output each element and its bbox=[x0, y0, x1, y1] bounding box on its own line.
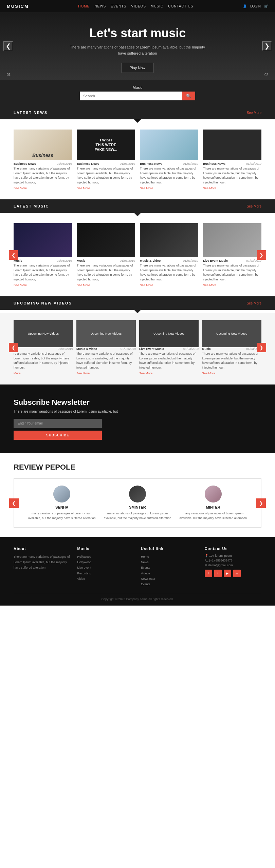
nav-videos[interactable]: VIDEOS bbox=[131, 4, 146, 8]
newsletter-section: Subscribe Newsletter There are many vari… bbox=[0, 384, 275, 453]
news-card-link[interactable]: See More bbox=[140, 186, 153, 190]
music-card-link[interactable]: See More bbox=[77, 283, 90, 287]
footer-useful-link[interactable]: News bbox=[141, 559, 198, 565]
news-card-link[interactable]: See More bbox=[203, 186, 216, 190]
nav-music[interactable]: MUSIC bbox=[151, 4, 163, 8]
music-card-meta: Music 01/03/2019 bbox=[14, 259, 72, 262]
news-card-body: There are many variations of passages of… bbox=[203, 166, 261, 185]
upcoming-videos-section: ❮ Upcoming New Videos sic 01/03/2019 re … bbox=[0, 313, 275, 384]
video-card-body: There are many variations of passages of… bbox=[139, 352, 199, 370]
footer-useful-link[interactable]: Events bbox=[141, 565, 198, 570]
video-card-image: Upcoming New Videos bbox=[76, 320, 136, 347]
videos-prev-button[interactable]: ❮ bbox=[9, 343, 18, 352]
news-card: I WISHTHIS WEREFAKE NEW... Business News… bbox=[77, 130, 135, 190]
video-card-link[interactable]: See More bbox=[76, 372, 90, 375]
review-item: SMINTER many variations of passages of L… bbox=[103, 486, 172, 520]
news-card-body: There are many variations of passages of… bbox=[14, 166, 72, 185]
footer-music-link[interactable]: Live event bbox=[77, 565, 134, 570]
music-card-date: 01/03/2019 bbox=[183, 259, 198, 262]
login-label[interactable]: LOGIN bbox=[250, 4, 261, 8]
reviews-prev-button[interactable]: ❮ bbox=[9, 498, 19, 508]
youtube-icon[interactable]: ▶ bbox=[224, 570, 231, 577]
footer-music-link[interactable]: Hollywood bbox=[77, 554, 134, 559]
music-card-image bbox=[140, 223, 198, 257]
video-card: Upcoming New Videos Music 01/03/2019 The… bbox=[202, 320, 261, 375]
reviews-grid: SENHA many variations of passages of Lor… bbox=[28, 486, 248, 520]
search-bar: 🔍 bbox=[80, 92, 195, 100]
news-card-category: Business News bbox=[77, 162, 99, 165]
newsletter-email-input[interactable] bbox=[14, 419, 102, 428]
latest-news-see-more[interactable]: See More bbox=[247, 111, 261, 115]
footer-music-link[interactable]: Hollywood bbox=[77, 559, 134, 565]
hero-play-button[interactable]: Play Now bbox=[121, 63, 154, 73]
news-card-link[interactable]: See More bbox=[14, 186, 27, 190]
video-card: Upcoming New Videos Music & Video 01/03/… bbox=[76, 320, 136, 375]
music-card-link[interactable]: See More bbox=[140, 283, 153, 287]
music-card-link[interactable]: See More bbox=[14, 283, 27, 287]
music-next-button[interactable]: ❯ bbox=[257, 250, 266, 260]
latest-news-section: Business Business News 01/03/2019 There … bbox=[0, 123, 275, 199]
hero-prev-button[interactable]: ❮ bbox=[3, 41, 13, 51]
newsletter-subscribe-button[interactable]: SUBSCRIBE bbox=[14, 431, 102, 440]
hero-next-button[interactable]: ❯ bbox=[262, 41, 272, 51]
reviews-title: REVIEW PEPOLE bbox=[14, 463, 261, 472]
latest-music-header: LATEST MUSIC See More bbox=[0, 199, 275, 213]
video-card-date: 01/03/2019 bbox=[183, 347, 199, 351]
footer-music-link[interactable]: Video bbox=[77, 576, 134, 581]
latest-news-title: LATEST NEWS bbox=[14, 111, 48, 115]
video-card: Upcoming New Videos Live Event Music 01/… bbox=[139, 320, 199, 375]
footer-music-link[interactable]: Recording bbox=[77, 571, 134, 576]
music-card-image bbox=[77, 223, 135, 257]
search-input[interactable] bbox=[80, 92, 182, 100]
news-cards-grid: Business Business News 01/03/2019 There … bbox=[14, 130, 261, 190]
nav-contact[interactable]: CONTACT US bbox=[168, 4, 193, 8]
videos-next-button[interactable]: ❯ bbox=[257, 343, 266, 352]
nav-home[interactable]: HOME bbox=[78, 4, 90, 8]
footer-phone: 📞 (+1) 6565632476 bbox=[205, 559, 262, 562]
review-text: many variations of passages of Lorem ips… bbox=[103, 511, 172, 520]
news-card-category: Business News bbox=[140, 162, 162, 165]
music-card-link[interactable]: See More bbox=[203, 283, 216, 287]
news-card: Business News 01/03/2019 There are many … bbox=[140, 130, 198, 190]
footer-useful-link[interactable]: Videos bbox=[141, 571, 198, 576]
video-label: Upcoming New Videos bbox=[91, 332, 122, 335]
video-card-link[interactable]: More bbox=[14, 372, 21, 375]
hero-dot-1: 01 bbox=[7, 73, 11, 77]
latest-music-title: LATEST MUSIC bbox=[14, 204, 49, 208]
navbar: MUSICM HOME NEWS EVENTS VIDEOS MUSIC CON… bbox=[0, 0, 275, 12]
upcoming-videos-header: UPCOMING NEW VIDEOS See More bbox=[0, 296, 275, 310]
linkedin-icon[interactable]: in bbox=[233, 570, 241, 577]
latest-music-see-more[interactable]: See More bbox=[247, 204, 261, 208]
footer: About There are many variations of passa… bbox=[0, 537, 275, 606]
newsletter-title: Subscribe Newsletter bbox=[14, 398, 261, 407]
footer-useful-link[interactable]: Events bbox=[141, 581, 198, 587]
review-avatar bbox=[53, 486, 70, 502]
nav-news[interactable]: NEWS bbox=[94, 4, 106, 8]
cart-icon[interactable]: 🛒 bbox=[264, 4, 268, 8]
phone-icon: 📞 bbox=[205, 559, 209, 562]
video-card-link[interactable]: See More bbox=[139, 372, 152, 375]
reviews-next-button[interactable]: ❯ bbox=[256, 498, 266, 508]
footer-copyright: Copyright © 2022.Company name.All rights… bbox=[14, 594, 261, 601]
videos-carousel: ❮ Upcoming New Videos sic 01/03/2019 re … bbox=[14, 320, 261, 375]
facebook-icon[interactable]: f bbox=[205, 570, 212, 577]
footer-useful-link[interactable]: Home bbox=[141, 554, 198, 559]
music-card-meta: Music & Video 01/03/2019 bbox=[140, 259, 198, 262]
news-card-category: Business News bbox=[14, 162, 36, 165]
music-card-category: Music & Video bbox=[140, 259, 161, 262]
user-icon[interactable]: 👤 bbox=[243, 4, 247, 8]
twitter-icon[interactable]: t bbox=[214, 570, 222, 577]
music-cards-grid: Music 01/03/2019 There are many variatio… bbox=[14, 223, 261, 287]
search-button[interactable]: 🔍 bbox=[182, 92, 195, 100]
nav-icons: 👤 LOGIN 🛒 bbox=[243, 4, 268, 8]
nav-events[interactable]: EVENTS bbox=[111, 4, 126, 8]
footer-useful-link[interactable]: Newsletter bbox=[141, 576, 198, 581]
news-card-link[interactable]: See More bbox=[77, 186, 90, 190]
upcoming-videos-see-more[interactable]: See More bbox=[247, 301, 261, 305]
music-card-image bbox=[203, 223, 261, 257]
music-prev-button[interactable]: ❮ bbox=[9, 250, 18, 260]
music-card: Music 01/03/2019 There are many variatio… bbox=[14, 223, 72, 287]
music-card-date: 01/03/2019 bbox=[57, 259, 72, 262]
news-card: Business News 01/03/2019 There are many … bbox=[203, 130, 261, 190]
video-card-link[interactable]: See More bbox=[202, 372, 215, 375]
